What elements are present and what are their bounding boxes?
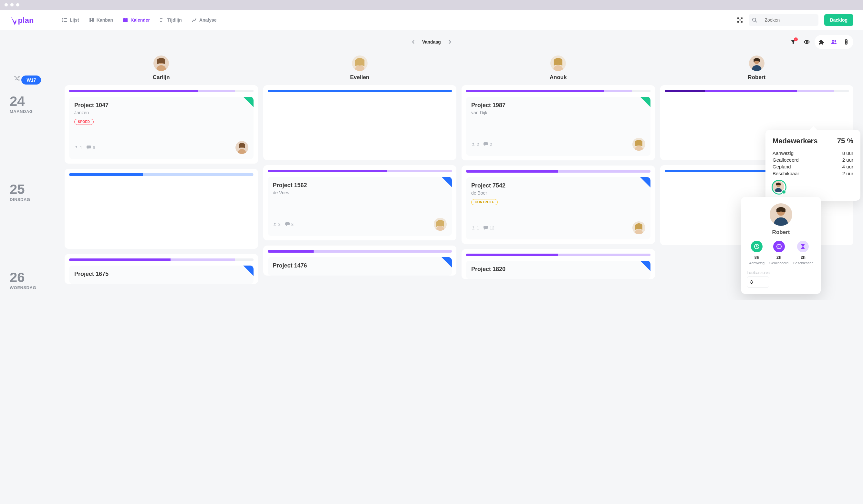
col-name: Carlijn	[153, 74, 170, 81]
day-number: 26	[10, 270, 65, 285]
stat-label: Aanwezig	[749, 261, 764, 265]
traffic-button[interactable]	[840, 36, 852, 48]
side-col: W17 24 MAANDAG 25 DINSDAG 26 WOENSDAG	[10, 54, 65, 290]
svg-rect-8	[91, 18, 92, 21]
shuffle-icon[interactable]	[14, 75, 20, 82]
hourglass-icon	[797, 241, 809, 252]
card-title: Project 1562	[273, 182, 447, 189]
card-project-1047[interactable]: Project 1047 Janzen SPOED 1 6	[69, 97, 253, 159]
traffic-icon	[844, 39, 849, 44]
svg-point-3	[62, 20, 63, 20]
day-lane[interactable]: Project 1820	[462, 249, 655, 279]
svg-rect-15	[161, 20, 164, 20]
col-header: Carlijn	[65, 54, 258, 85]
day-lane[interactable]: Project 1675	[65, 254, 258, 284]
analyse-icon	[191, 17, 197, 23]
card-project-1675[interactable]: Project 1675	[69, 266, 253, 284]
svg-point-24	[846, 43, 847, 44]
popover-title: Medewerkers	[773, 137, 817, 145]
day-lane[interactable]: Project 1476	[263, 246, 457, 275]
backlog-button[interactable]: Backlog	[824, 14, 853, 26]
visibility-button[interactable]	[801, 36, 813, 48]
inzetbare-uren-input[interactable]	[747, 276, 769, 287]
popover-robert: Robert 8h Aanwezig 2h Gealloceerd 2h Bes…	[741, 197, 821, 294]
chat-icon	[484, 142, 488, 146]
day-lane[interactable]	[65, 169, 258, 249]
card-corner-icon	[243, 97, 253, 107]
avatar[interactable]	[236, 141, 248, 154]
today-button[interactable]: Vandaag	[422, 39, 441, 44]
avatar-with-ring[interactable]	[773, 181, 786, 194]
col-name: Evelien	[350, 74, 370, 81]
svg-point-1	[62, 18, 63, 19]
stat-label: Aanwezig	[773, 150, 793, 156]
card-stats: 1 12	[471, 225, 495, 230]
tab-lijst[interactable]: Lijst	[62, 17, 79, 23]
progress-bar	[466, 90, 650, 92]
card-project-1476[interactable]: Project 1476	[268, 257, 452, 275]
logo[interactable]: plan	[10, 14, 42, 25]
svg-rect-4	[64, 20, 67, 20]
col-carlijn: Carlijn Project 1047 Janzen SPOED 1 6	[65, 54, 258, 290]
tag-controle: CONTROLE	[471, 199, 498, 205]
day-lane[interactable]: Project 1987 van Dijk 2 2	[462, 85, 655, 160]
day-lane[interactable]	[263, 85, 457, 160]
card-title: Project 7542	[471, 182, 645, 189]
eye-icon	[804, 39, 810, 45]
window-titlebar	[0, 0, 863, 10]
avatar[interactable]	[749, 55, 764, 71]
stat-value: 2 uur	[842, 157, 853, 163]
col-header: Robert	[660, 54, 854, 85]
col-header: Anouk	[462, 54, 655, 85]
col-anouk: Anouk Project 1987 van Dijk 2 2	[462, 54, 655, 290]
day-lane[interactable]: Project 1562 de Vries 3 8	[263, 165, 457, 241]
card-title: Project 1820	[471, 266, 645, 273]
stat-row: Beschikbaar2 uur	[773, 171, 853, 176]
svg-rect-11	[123, 18, 128, 20]
card-project-1562[interactable]: Project 1562 de Vries 3 8	[268, 177, 452, 236]
avatar[interactable]	[153, 55, 169, 71]
upload-icon	[74, 145, 78, 150]
chevron-right-icon[interactable]	[448, 40, 451, 44]
svg-rect-16	[160, 21, 162, 22]
avatar[interactable]	[434, 218, 447, 231]
day-26: 26 WOENSDAG	[10, 270, 65, 290]
puzzle-icon	[819, 39, 824, 44]
expand-icon[interactable]	[737, 17, 743, 23]
avatar[interactable]	[633, 138, 645, 151]
stat-value: 8 uur	[842, 150, 853, 156]
avatar[interactable]	[550, 55, 566, 71]
window-dot[interactable]	[10, 3, 14, 7]
card-project-1820[interactable]: Project 1820	[466, 261, 650, 279]
filter-button[interactable]: 1	[787, 36, 799, 48]
puzzle-button[interactable]	[816, 36, 827, 48]
avatar[interactable]	[633, 221, 645, 234]
card-title: Project 1675	[74, 271, 248, 277]
day-lane[interactable]: Project 1047 Janzen SPOED 1 6	[65, 85, 258, 164]
tab-kalender[interactable]: Kalender	[123, 17, 150, 23]
card-title: Project 1047	[74, 102, 248, 109]
search-input[interactable]	[760, 14, 818, 26]
day-24: 24 MAANDAG	[10, 93, 65, 114]
window-dot[interactable]	[4, 3, 8, 7]
card-project-7542[interactable]: Project 7542 de Boer CONTROLE 1 12	[466, 177, 650, 240]
day-name: MAANDAG	[10, 109, 65, 114]
tab-kanban[interactable]: Kanban	[89, 17, 113, 23]
svg-point-23	[846, 42, 847, 42]
svg-rect-14	[160, 18, 162, 19]
tab-analyse[interactable]: Analyse	[191, 17, 217, 23]
people-button[interactable]	[828, 36, 840, 48]
window-dot[interactable]	[16, 3, 20, 7]
chevron-left-icon[interactable]	[412, 40, 415, 44]
list-icon	[62, 17, 67, 23]
day-lane[interactable]: Project 7542 de Boer CONTROLE 1 12	[462, 166, 655, 244]
card-project-1987[interactable]: Project 1987 van Dijk 2 2	[466, 97, 650, 156]
avatar[interactable]	[352, 55, 367, 71]
stat-value: 12	[490, 225, 494, 230]
tab-label: Kalender	[130, 17, 150, 23]
search-icon-wrap[interactable]	[749, 14, 760, 26]
progress-bar	[69, 258, 253, 261]
stat-gealloceerd: 2h Gealloceerd	[769, 241, 788, 265]
svg-point-19	[832, 40, 834, 42]
tab-tijdlijn[interactable]: Tijdlijn	[160, 17, 182, 23]
